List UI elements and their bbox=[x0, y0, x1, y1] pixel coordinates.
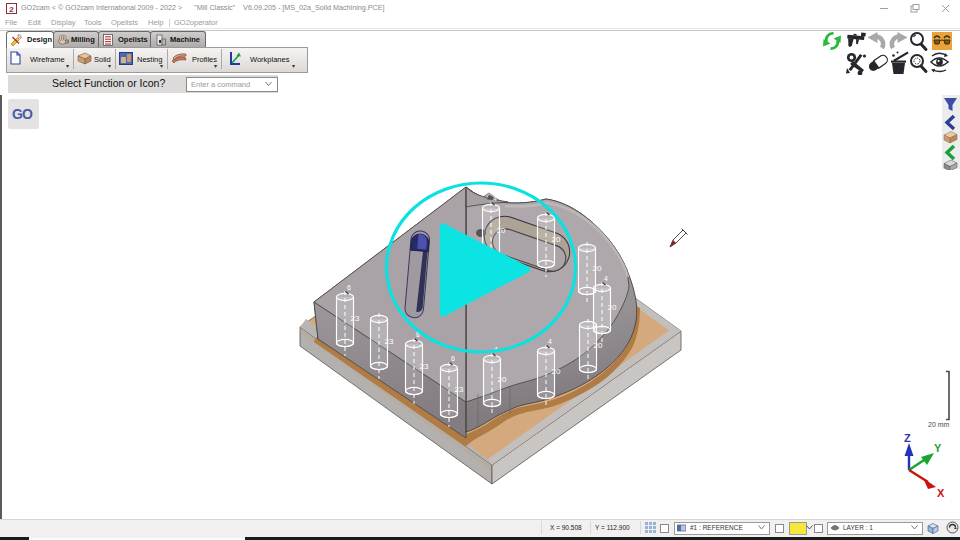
svg-text:20: 20 bbox=[608, 303, 617, 312]
svg-text:20: 20 bbox=[497, 226, 506, 235]
svg-text:20: 20 bbox=[593, 264, 602, 273]
svg-text:20 mm: 20 mm bbox=[928, 421, 950, 428]
svg-text:23: 23 bbox=[420, 362, 429, 371]
svg-text:20: 20 bbox=[552, 235, 561, 244]
svg-text:6: 6 bbox=[347, 284, 351, 291]
svg-text:6: 6 bbox=[451, 355, 455, 362]
svg-text:20: 20 bbox=[498, 375, 507, 384]
svg-text:23: 23 bbox=[385, 337, 394, 346]
svg-text:Z: Z bbox=[904, 432, 911, 444]
svg-text:4: 4 bbox=[548, 338, 552, 345]
svg-text:23: 23 bbox=[455, 385, 464, 394]
svg-text:20: 20 bbox=[594, 341, 603, 350]
svg-text:20: 20 bbox=[552, 367, 561, 376]
svg-text:4: 4 bbox=[604, 275, 608, 282]
svg-text:4: 4 bbox=[493, 195, 497, 202]
svg-text:23: 23 bbox=[351, 314, 360, 323]
svg-text:X: X bbox=[937, 487, 945, 499]
svg-text:Y: Y bbox=[934, 442, 942, 454]
svg-text:2: 2 bbox=[9, 5, 14, 14]
